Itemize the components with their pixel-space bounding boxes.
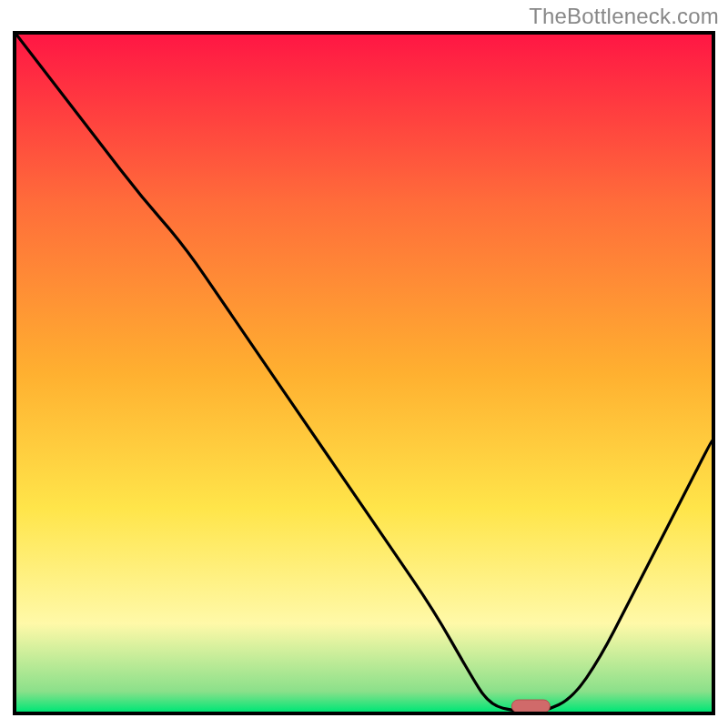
chart-container: TheBottleneck.com [0,0,728,728]
chart-svg [16,35,712,712]
optimal-marker [511,700,550,712]
plot-area [13,31,715,715]
watermark-label: TheBottleneck.com [529,4,719,29]
gradient-rect [16,35,712,712]
